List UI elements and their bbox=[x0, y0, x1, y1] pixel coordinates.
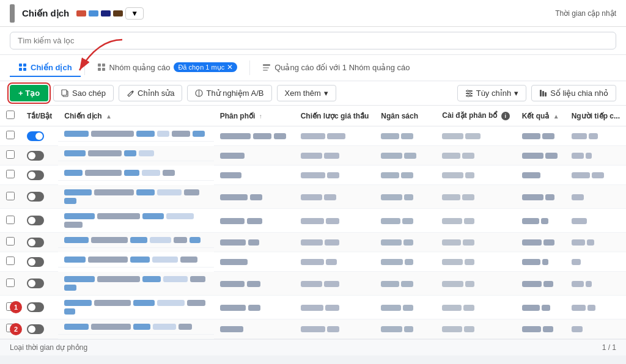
row-checkbox[interactable] bbox=[6, 170, 15, 178]
copy-icon bbox=[61, 89, 69, 97]
ab-icon bbox=[195, 89, 203, 97]
data-split-button[interactable]: Số liệu chia nhỏ bbox=[531, 85, 616, 101]
header-audience: Người tiếp c... bbox=[565, 106, 626, 126]
ad-tab-icon bbox=[262, 63, 271, 71]
campaign-text-segment bbox=[157, 131, 169, 137]
budget-text bbox=[404, 153, 416, 159]
row-toggle[interactable] bbox=[27, 151, 44, 161]
audience-text bbox=[589, 133, 598, 139]
dist-text bbox=[220, 326, 243, 332]
row-checkbox[interactable] bbox=[6, 278, 15, 287]
alloc-text bbox=[463, 305, 474, 311]
more-button[interactable]: Xem thêm ▾ bbox=[277, 85, 336, 101]
table-row[interactable] bbox=[0, 166, 626, 185]
row-checkbox[interactable] bbox=[6, 192, 15, 200]
tab-chien-dich[interactable]: Chiến dịch bbox=[10, 59, 81, 77]
svg-rect-2 bbox=[23, 64, 26, 67]
header-campaign[interactable]: Chiến dịch ▲ bbox=[58, 106, 213, 126]
create-button[interactable]: + Tạo bbox=[10, 85, 48, 101]
audience-text bbox=[572, 259, 581, 265]
ab-label: Thử nghiệm A/B bbox=[206, 89, 263, 98]
dist-text bbox=[250, 194, 262, 200]
row-badge: 1 bbox=[10, 301, 22, 313]
row-toggle[interactable] bbox=[27, 324, 44, 334]
audience-text bbox=[572, 326, 583, 332]
row-toggle[interactable] bbox=[27, 216, 44, 225]
row-toggle[interactable] bbox=[27, 192, 44, 202]
table-row[interactable]: 1 bbox=[0, 296, 626, 319]
tab-quang-cao[interactable]: Quảng cáo đối với 1 Nhóm quảng cáo bbox=[254, 59, 418, 77]
result-text bbox=[522, 326, 541, 332]
bid-text bbox=[301, 305, 323, 311]
alloc-text bbox=[442, 133, 463, 139]
alloc-text bbox=[465, 172, 474, 178]
campaigns-table: Tắt/Bật Chiến dịch ▲ Phân phối ↑ Chiến l… bbox=[0, 106, 626, 339]
edit-button[interactable]: Chỉnh sửa bbox=[119, 85, 182, 101]
row-toggle[interactable] bbox=[27, 257, 44, 267]
table-row[interactable] bbox=[0, 252, 626, 272]
alloc-text bbox=[442, 281, 463, 287]
select-all-checkbox[interactable] bbox=[6, 111, 15, 119]
dist-text bbox=[220, 172, 241, 178]
tab-nhom-badge-close[interactable]: ✕ bbox=[227, 63, 233, 71]
table-row[interactable] bbox=[0, 146, 626, 166]
copy-button[interactable]: Sao chép bbox=[53, 85, 114, 101]
dist-text bbox=[220, 218, 245, 224]
row-checkbox[interactable] bbox=[6, 216, 15, 224]
header-distribution[interactable]: Phân phối ↑ bbox=[214, 106, 295, 126]
data-split-label: Số liệu chia nhỏ bbox=[550, 89, 608, 98]
audience-text bbox=[592, 172, 604, 178]
alloc-text bbox=[464, 326, 474, 332]
campaign-text-segment bbox=[64, 276, 95, 282]
table-row[interactable] bbox=[0, 185, 626, 209]
audience-text bbox=[572, 172, 590, 178]
row-toggle[interactable] bbox=[27, 238, 44, 247]
table-row[interactable] bbox=[0, 272, 626, 296]
swatch-dropdown[interactable]: ▼ bbox=[125, 7, 144, 20]
campaign-text-segment bbox=[133, 324, 150, 330]
header-result[interactable]: Kết quả ▲ bbox=[516, 106, 565, 126]
table-row[interactable] bbox=[0, 126, 626, 146]
swatch-3 bbox=[101, 10, 111, 16]
row-toggle[interactable] bbox=[27, 278, 44, 288]
info-icon[interactable]: i bbox=[501, 112, 510, 120]
row-checkbox[interactable] bbox=[6, 131, 15, 139]
campaign-text-segment bbox=[64, 150, 86, 156]
audience-text bbox=[572, 281, 584, 287]
search-bar bbox=[0, 27, 626, 55]
tab-nhom-badge[interactable]: Đã chọn 1 mục ✕ bbox=[174, 62, 237, 72]
alloc-text bbox=[442, 153, 460, 159]
campaign-text-segment bbox=[152, 257, 178, 263]
search-input[interactable] bbox=[10, 32, 616, 49]
tab-nhom-quang-cao[interactable]: Nhóm quảng cáo Đã chọn 1 mục ✕ bbox=[89, 59, 246, 77]
ab-test-button[interactable]: Thử nghiệm A/B bbox=[187, 85, 271, 101]
swatch-2 bbox=[89, 10, 98, 16]
table-row[interactable] bbox=[0, 233, 626, 252]
alloc-text bbox=[465, 281, 474, 287]
row-checkbox[interactable] bbox=[6, 150, 15, 159]
row-toggle[interactable] bbox=[27, 170, 44, 180]
row-toggle[interactable] bbox=[27, 131, 44, 141]
svg-rect-8 bbox=[102, 68, 105, 71]
budget-text bbox=[405, 259, 413, 265]
bid-text bbox=[327, 133, 345, 139]
row-checkbox[interactable] bbox=[6, 257, 15, 265]
swatch-1 bbox=[76, 10, 86, 16]
split-icon bbox=[539, 89, 547, 97]
tab-quangcao-label: Quảng cáo đối với 1 Nhóm quảng cáo bbox=[274, 63, 410, 72]
svg-rect-10 bbox=[263, 67, 269, 68]
customize-button[interactable]: Tùy chỉnh ▾ bbox=[457, 85, 526, 101]
row-toggle[interactable] bbox=[27, 302, 44, 312]
audience-text bbox=[572, 194, 584, 200]
customize-chevron: ▾ bbox=[514, 89, 518, 98]
row-badge: 2 bbox=[10, 323, 22, 335]
audience-text bbox=[586, 281, 592, 287]
table-row[interactable]: 2 bbox=[0, 319, 626, 339]
alloc-text bbox=[462, 194, 474, 200]
table-row[interactable] bbox=[0, 209, 626, 233]
result-text bbox=[522, 305, 540, 311]
row-checkbox[interactable] bbox=[6, 237, 15, 246]
svg-rect-6 bbox=[102, 64, 105, 67]
adgroup-tab-icon bbox=[97, 63, 106, 71]
edit-icon bbox=[127, 89, 134, 97]
